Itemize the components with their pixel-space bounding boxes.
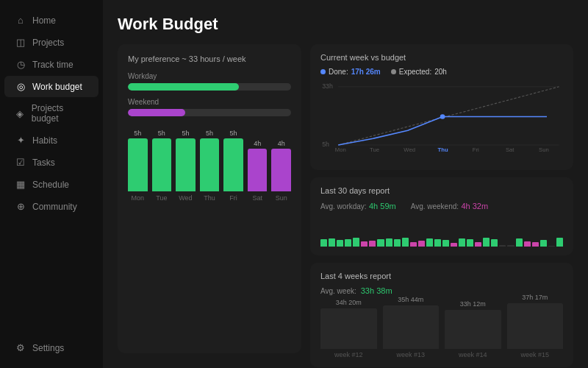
weekend-bar-track	[128, 109, 291, 116]
mini-bar-15	[442, 240, 449, 247]
mini-bar-19	[475, 242, 481, 247]
mini-bar-10	[402, 238, 409, 247]
sidebar-item-projects-budget[interactable]: ◈ Projects budget	[4, 98, 98, 129]
last4weeks-title: Last 4 weeks report	[320, 272, 563, 280]
day-bar-sun	[271, 149, 291, 191]
sidebar-label-track-time: Track time	[32, 60, 74, 70]
done-dot	[320, 69, 326, 74]
day-hours-sun: 4h	[278, 140, 285, 147]
day-name-tue: Tue	[156, 194, 167, 202]
projects-budget-icon: ◈	[15, 108, 26, 119]
svg-text:Mon: Mon	[335, 146, 346, 153]
mini-bar-27	[540, 240, 547, 247]
week-name-1: week #13	[396, 351, 425, 358]
weeks-chart: 34h 20m week #12 35h 44m week #13 33h 12…	[320, 300, 563, 358]
week-hours-1: 35h 44m	[398, 296, 423, 303]
mini-bar-14	[434, 239, 441, 247]
avg-workday-label: Avg. workday:	[320, 202, 367, 210]
sidebar-item-tasks[interactable]: ☑ Tasks	[4, 152, 98, 173]
sidebar-label-work-budget: Work budget	[32, 82, 82, 92]
svg-text:Sat: Sat	[506, 146, 514, 153]
mini-bar-6	[369, 241, 376, 247]
mini-bar-5	[361, 241, 368, 247]
sidebar-item-home[interactable]: ⌂ Home	[4, 10, 98, 31]
day-col-wed: 5h Wed	[176, 130, 196, 202]
week-bar-3	[507, 303, 564, 349]
mini-bar-29	[556, 238, 563, 247]
report-stats: Avg. workday: 4h 59m Avg. weekend: 4h 32…	[320, 201, 563, 211]
tasks-icon: ☑	[15, 157, 26, 168]
workday-label: Workday	[128, 72, 291, 80]
workday-bar-fill	[128, 83, 239, 91]
mini-bar-12	[418, 241, 425, 247]
done-value: 17h 26m	[351, 68, 381, 76]
sidebar-item-community[interactable]: ⊕ Community	[4, 196, 98, 217]
sidebar-label-projects-budget: Projects budget	[32, 103, 88, 124]
mini-bar-25	[524, 241, 531, 247]
mini-bar-17	[459, 238, 465, 247]
mini-bars	[320, 217, 563, 247]
settings-icon: ⚙	[15, 342, 26, 353]
week-bar-2	[445, 310, 501, 349]
mini-bar-7	[377, 239, 384, 247]
week-name-2: week #14	[459, 351, 487, 358]
weekend-bar-fill-purple	[128, 109, 185, 116]
week-col-0: 34h 20m week #12	[320, 299, 377, 358]
last30-card: Last 30 days report Avg. workday: 4h 59m…	[310, 177, 573, 255]
preference-panel-title: My preference ~ 33 hours / week	[128, 54, 291, 63]
day-name-wed: Wed	[179, 194, 192, 202]
line-chart-svg: 33h 5h Mon Tue Wed	[320, 80, 563, 153]
expected-value: 20h	[434, 68, 447, 76]
sidebar-item-habits[interactable]: ✦ Habits	[4, 130, 98, 151]
day-bar-thu	[200, 138, 220, 191]
week-hours-3: 37h 17m	[522, 294, 548, 301]
sidebar-item-projects[interactable]: ◫ Projects	[4, 32, 98, 53]
sidebar-item-settings[interactable]: ⚙ Settings	[4, 337, 98, 358]
sidebar-item-schedule[interactable]: ▦ Schedule	[4, 174, 98, 195]
week-col-1: 35h 44m week #13	[383, 296, 440, 358]
day-hours-thu: 5h	[206, 130, 213, 137]
week-bar-1	[383, 305, 440, 349]
legend-expected: Expected: 20h	[391, 68, 447, 76]
day-name-sat: Sat	[252, 194, 262, 202]
weekend-bar-row	[128, 109, 291, 116]
mini-bar-20	[483, 238, 490, 247]
mini-bar-0	[320, 239, 327, 247]
sidebar-label-community: Community	[32, 202, 77, 212]
day-name-mon: Mon	[132, 194, 145, 202]
habits-icon: ✦	[15, 135, 26, 146]
svg-text:Thu: Thu	[438, 146, 448, 153]
chart-legend: Done: 17h 26m Expected: 20h	[320, 68, 447, 76]
day-hours-fri: 5h	[230, 130, 237, 137]
home-icon: ⌂	[15, 15, 26, 26]
day-col-tue: 5h Tue	[152, 130, 172, 202]
day-col-sat: 4h Sat	[248, 140, 268, 202]
svg-text:Sun: Sun	[539, 146, 549, 153]
avg-week-value: 33h 38m	[361, 286, 392, 295]
schedule-icon: ▦	[15, 179, 26, 190]
projects-icon: ◫	[15, 37, 26, 48]
week-name-0: week #12	[334, 351, 363, 358]
day-col-mon: 5h Mon	[128, 130, 148, 202]
svg-point-5	[440, 114, 445, 119]
weekend-label: Weekend	[128, 98, 291, 106]
svg-text:Tue: Tue	[370, 146, 379, 153]
community-icon: ⊕	[15, 201, 26, 212]
day-hours-mon: 5h	[134, 130, 141, 137]
sidebar-label-habits: Habits	[32, 135, 57, 146]
avg-weekend-label: Avg. weekend:	[411, 202, 459, 210]
right-panel: Current week vs budget Done: 17h 26m Exp…	[310, 44, 573, 353]
track-time-icon: ◷	[15, 59, 26, 70]
mini-bar-21	[491, 239, 498, 247]
mini-bar-24	[516, 238, 523, 247]
day-hours-tue: 5h	[158, 130, 165, 137]
day-bar-fri	[223, 138, 243, 191]
mini-bar-1	[329, 238, 335, 247]
day-bar-sat	[248, 149, 268, 191]
workday-bar-track	[128, 83, 291, 91]
sidebar-item-work-budget[interactable]: ◎ Work budget	[4, 76, 98, 97]
day-name-thu: Thu	[204, 194, 215, 202]
mini-bar-11	[410, 242, 417, 247]
legend-done: Done: 17h 26m	[320, 68, 381, 76]
sidebar-item-track-time[interactable]: ◷ Track time	[4, 54, 98, 75]
